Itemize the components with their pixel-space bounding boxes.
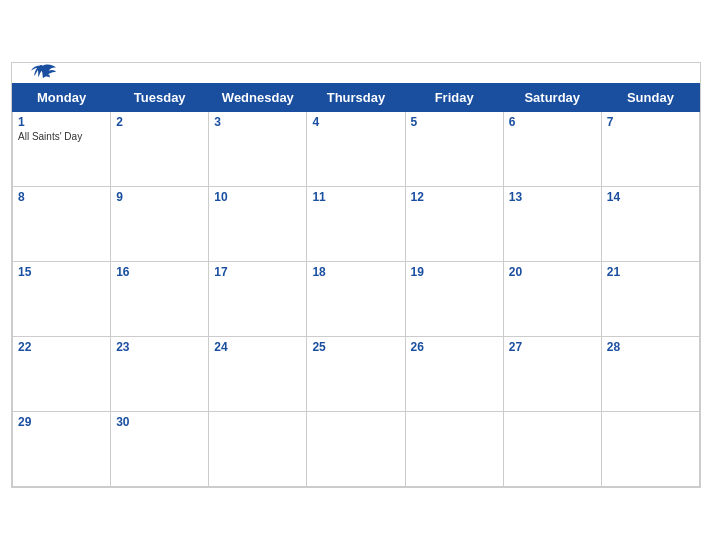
day-cell: 13: [503, 187, 601, 262]
day-cell: [209, 412, 307, 487]
week-row-2: 891011121314: [13, 187, 700, 262]
calendar-table: MondayTuesdayWednesdayThursdayFridaySatu…: [12, 83, 700, 487]
day-cell: 26: [405, 337, 503, 412]
day-number: 27: [509, 340, 596, 354]
weekday-header-friday: Friday: [405, 84, 503, 112]
day-number: 7: [607, 115, 694, 129]
day-cell: 25: [307, 337, 405, 412]
day-cell: 29: [13, 412, 111, 487]
day-cell: [405, 412, 503, 487]
day-number: 10: [214, 190, 301, 204]
day-number: 30: [116, 415, 203, 429]
weekday-header-thursday: Thursday: [307, 84, 405, 112]
day-number: 24: [214, 340, 301, 354]
week-row-1: 1All Saints' Day234567: [13, 112, 700, 187]
day-cell: 14: [601, 187, 699, 262]
day-cell: 8: [13, 187, 111, 262]
weekday-header-tuesday: Tuesday: [111, 84, 209, 112]
day-cell: 10: [209, 187, 307, 262]
day-cell: 23: [111, 337, 209, 412]
calendar-header: [12, 63, 700, 83]
day-cell: 22: [13, 337, 111, 412]
day-cell: 1All Saints' Day: [13, 112, 111, 187]
day-cell: 6: [503, 112, 601, 187]
day-cell: 28: [601, 337, 699, 412]
day-number: 20: [509, 265, 596, 279]
day-cell: 9: [111, 187, 209, 262]
day-number: 9: [116, 190, 203, 204]
day-number: 11: [312, 190, 399, 204]
day-cell: 27: [503, 337, 601, 412]
day-cell: 3: [209, 112, 307, 187]
day-number: 1: [18, 115, 105, 129]
weekday-header-row: MondayTuesdayWednesdayThursdayFridaySatu…: [13, 84, 700, 112]
day-number: 8: [18, 190, 105, 204]
day-number: 3: [214, 115, 301, 129]
week-row-3: 15161718192021: [13, 262, 700, 337]
day-number: 18: [312, 265, 399, 279]
day-number: 23: [116, 340, 203, 354]
day-number: 2: [116, 115, 203, 129]
day-cell: [307, 412, 405, 487]
day-cell: 18: [307, 262, 405, 337]
day-cell: 21: [601, 262, 699, 337]
day-number: 25: [312, 340, 399, 354]
day-cell: 16: [111, 262, 209, 337]
day-number: 17: [214, 265, 301, 279]
weekday-header-monday: Monday: [13, 84, 111, 112]
week-row-4: 22232425262728: [13, 337, 700, 412]
weekday-header-sunday: Sunday: [601, 84, 699, 112]
day-number: 21: [607, 265, 694, 279]
weekday-header-saturday: Saturday: [503, 84, 601, 112]
day-number: 16: [116, 265, 203, 279]
day-cell: 11: [307, 187, 405, 262]
day-cell: 20: [503, 262, 601, 337]
day-cell: 17: [209, 262, 307, 337]
day-cell: 2: [111, 112, 209, 187]
weekday-header-wednesday: Wednesday: [209, 84, 307, 112]
day-number: 26: [411, 340, 498, 354]
day-cell: 5: [405, 112, 503, 187]
logo-bird-icon: [28, 62, 58, 84]
day-number: 4: [312, 115, 399, 129]
day-number: 19: [411, 265, 498, 279]
day-cell: [503, 412, 601, 487]
day-cell: 7: [601, 112, 699, 187]
day-number: 22: [18, 340, 105, 354]
day-number: 5: [411, 115, 498, 129]
logo: [28, 62, 58, 84]
day-cell: 24: [209, 337, 307, 412]
week-row-5: 2930: [13, 412, 700, 487]
day-cell: 19: [405, 262, 503, 337]
calendar: MondayTuesdayWednesdayThursdayFridaySatu…: [11, 62, 701, 488]
day-cell: 12: [405, 187, 503, 262]
holiday-label: All Saints' Day: [18, 131, 105, 142]
day-number: 12: [411, 190, 498, 204]
day-number: 6: [509, 115, 596, 129]
day-number: 29: [18, 415, 105, 429]
day-number: 14: [607, 190, 694, 204]
day-cell: 30: [111, 412, 209, 487]
day-number: 13: [509, 190, 596, 204]
day-number: 28: [607, 340, 694, 354]
day-number: 15: [18, 265, 105, 279]
day-cell: 15: [13, 262, 111, 337]
day-cell: [601, 412, 699, 487]
day-cell: 4: [307, 112, 405, 187]
